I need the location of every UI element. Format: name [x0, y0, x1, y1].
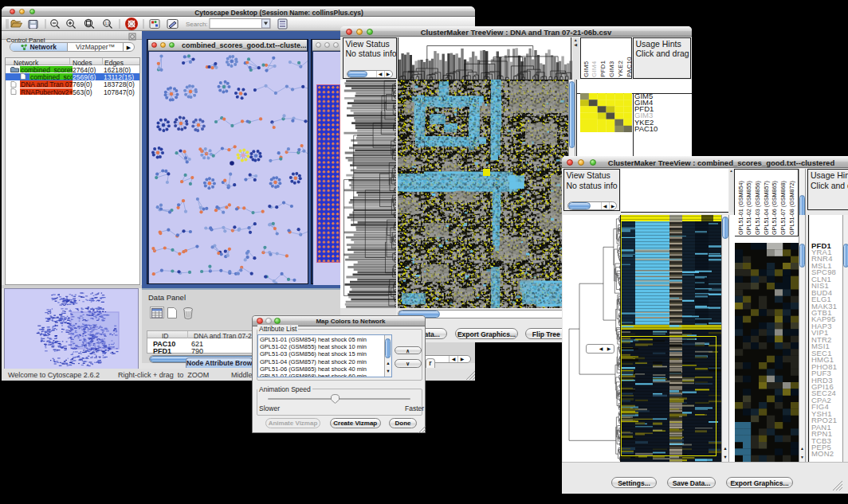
svg-text:Search:: Search:: [186, 21, 208, 28]
svg-text:1:1: 1:1: [105, 21, 111, 25]
